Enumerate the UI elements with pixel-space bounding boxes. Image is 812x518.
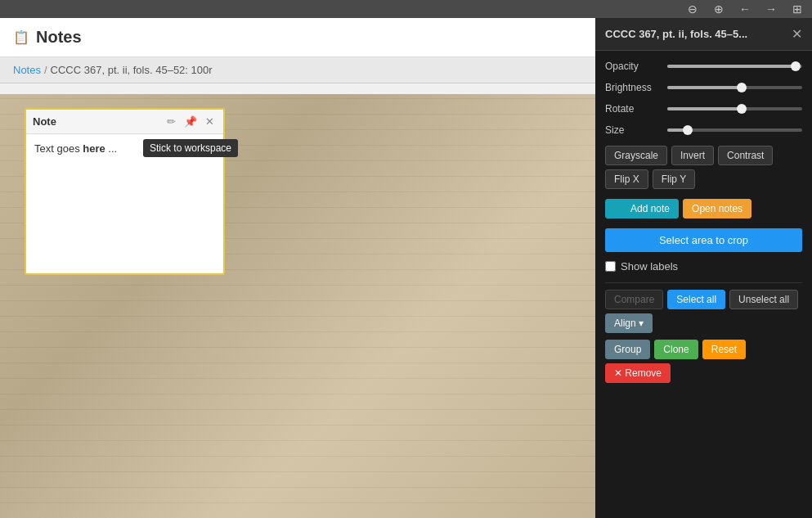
right-panel-body: Opacity Brightness Rotate — [595, 51, 812, 399]
brightness-slider-row: Brightness — [605, 82, 802, 93]
right-panel: CCCC 367, pt. ii, fols. 45–5... ✕ Opacit… — [595, 18, 812, 518]
opacity-slider[interactable] — [667, 65, 802, 68]
next-icon[interactable]: → — [763, 2, 779, 16]
grid-icon[interactable]: ⊞ — [789, 2, 805, 16]
note-edit-button[interactable]: ✏ — [164, 115, 178, 128]
note-card: Note ✏ 📌 ✕ Text goes here ... — [25, 108, 225, 275]
zoom-in-icon[interactable]: ⊕ — [711, 2, 727, 16]
notes-header: 📋 Notes — [0, 18, 671, 57]
reset-button[interactable]: Reset — [702, 340, 746, 359]
size-label: Size — [605, 124, 661, 136]
breadcrumb-separator: / — [44, 64, 47, 76]
show-labels-checkbox[interactable] — [605, 261, 616, 272]
open-notes-button[interactable]: Open notes — [683, 199, 751, 218]
note-text-prefix: Text goes — [34, 142, 83, 155]
grayscale-button[interactable]: Grayscale — [605, 146, 667, 165]
tooltip: Stick to workspace — [143, 139, 238, 157]
note-card-header: Note ✏ 📌 ✕ — [26, 110, 223, 134]
breadcrumb-current: CCCC 367, pt. ii, fols. 45–52: 100r — [51, 64, 213, 76]
notes-panel: 📋 Notes Notes / CCCC 367, pt. ii, fols. … — [0, 18, 671, 518]
invert-button[interactable]: Invert — [671, 146, 714, 165]
action-row-1: Compare Select all Unselect all Align ▾ — [605, 290, 802, 333]
show-labels-row: Show labels — [605, 260, 802, 273]
note-text-suffix: ... — [105, 142, 117, 155]
right-panel-header: CCCC 367, pt. ii, fols. 45–5... ✕ — [595, 18, 812, 51]
unselect-all-button[interactable]: Unselect all — [729, 290, 798, 309]
main-area: 📋 Notes Notes / CCCC 367, pt. ii, fols. … — [0, 18, 812, 518]
rotate-slider[interactable] — [667, 107, 802, 110]
right-panel-close-button[interactable]: ✕ — [792, 26, 802, 42]
group-button[interactable]: Group — [605, 340, 650, 359]
filter-buttons-group: Grayscale Invert Contrast Flip X Flip Y — [605, 146, 802, 189]
size-slider-row: Size — [605, 124, 802, 136]
zoom-out-icon[interactable]: ⊖ — [684, 2, 701, 16]
opacity-slider-row: Opacity — [605, 61, 802, 72]
rotate-label: Rotate — [605, 103, 661, 115]
add-note-label: Add note — [630, 203, 670, 214]
notes-panel-title: Notes — [36, 28, 82, 47]
show-labels-label: Show labels — [621, 260, 678, 273]
breadcrumb: Notes / CCCC 367, pt. ii, fols. 45–52: 1… — [0, 57, 671, 83]
clone-button[interactable]: Clone — [654, 340, 698, 359]
note-pin-button[interactable]: 📌 — [182, 115, 200, 128]
note-card-title: Note — [33, 115, 56, 128]
flip-y-button[interactable]: Flip Y — [653, 169, 695, 189]
align-button[interactable]: Align ▾ — [605, 313, 653, 333]
brightness-label: Brightness — [605, 82, 661, 93]
note-close-button[interactable]: ✕ — [203, 115, 217, 128]
add-note-button[interactable]: Add note — [605, 199, 679, 218]
brightness-slider[interactable] — [667, 86, 802, 89]
notes-icon: 📋 — [13, 29, 29, 45]
rotate-slider-row: Rotate — [605, 103, 802, 115]
add-note-checkbox-icon — [614, 203, 626, 214]
top-toolbar: ⊖ ⊕ ← → ⊞ — [0, 0, 812, 18]
select-all-button[interactable]: Select all — [667, 290, 725, 309]
select-area-button[interactable]: Select area to crop — [605, 228, 802, 252]
action-row-2: Group Clone Reset ✕ Remove — [605, 340, 802, 383]
opacity-label: Opacity — [605, 61, 661, 72]
right-panel-title: CCCC 367, pt. ii, fols. 45–5... — [605, 28, 747, 40]
compare-button[interactable]: Compare — [605, 290, 663, 309]
note-text-bold: here — [83, 142, 105, 155]
note-card-actions: ✏ 📌 ✕ — [164, 115, 217, 128]
divider-1 — [605, 282, 802, 283]
flip-x-button[interactable]: Flip X — [605, 169, 648, 189]
breadcrumb-notes-link[interactable]: Notes — [13, 64, 41, 76]
prev-icon[interactable]: ← — [737, 2, 753, 16]
contrast-button[interactable]: Contrast — [718, 146, 773, 165]
note-buttons-group: Add note Open notes — [605, 199, 802, 218]
remove-button[interactable]: ✕ Remove — [605, 363, 671, 383]
size-slider[interactable] — [667, 128, 802, 132]
